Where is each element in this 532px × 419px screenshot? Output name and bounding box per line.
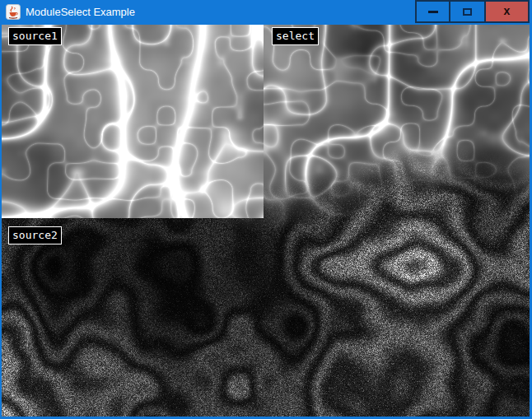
maximize-square-icon [463,8,472,16]
image-label-select: select [272,27,319,45]
noise-preview-area [2,25,530,417]
window-title: ModuleSelect Example [26,0,135,25]
application-window: ModuleSelect Example x source1 select so… [0,0,532,419]
window-controls: x [415,0,530,23]
image-label-source2: source2 [8,226,62,244]
minimize-dash-icon [428,11,438,13]
close-x-icon: x [504,5,511,16]
noise-canvas [2,25,530,417]
image-label-source1: source1 [8,27,62,45]
java-coffee-cup-icon[interactable] [6,4,21,20]
titlebar[interactable]: ModuleSelect Example x [0,0,532,25]
close-button[interactable]: x [486,0,530,23]
minimize-button[interactable] [415,0,450,23]
maximize-button[interactable] [450,0,486,23]
